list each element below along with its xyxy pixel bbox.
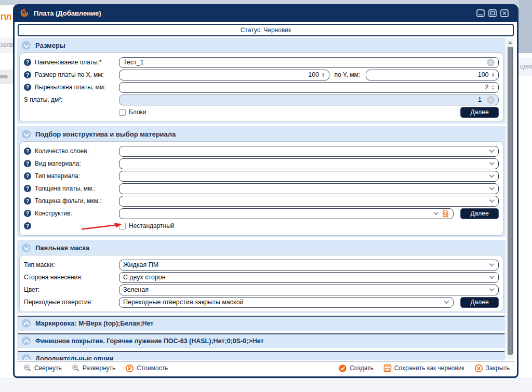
board-size-row: ? Размер платы по X, мм: 100 ▲▼ по Y, мм…	[24, 69, 499, 81]
chevron-down-icon	[489, 286, 495, 291]
mask-type-label: Тип маски:	[24, 261, 55, 268]
dialog-titlebar[interactable]: Плата (Добавление)	[15, 4, 517, 22]
board-thickness-dropdown[interactable]	[119, 183, 499, 194]
constructive-label: Конструктив:	[35, 210, 72, 217]
material-type-dropdown[interactable]	[119, 171, 499, 182]
section-separator	[17, 237, 506, 240]
stepper-icon[interactable]: ▲▼	[491, 72, 495, 78]
floppy-disk-icon	[383, 364, 392, 372]
dialog-content: Размеры ? Наименование платы:* Тест_1 ✕	[17, 38, 514, 360]
mask-side-row: Сторона нанесения: С двух сторон	[24, 271, 499, 283]
chevron-down-icon	[22, 244, 31, 252]
background-text-fragment: цена	[520, 63, 532, 70]
clear-icon[interactable]: ✕	[487, 96, 495, 104]
scrollbar[interactable]	[507, 39, 514, 359]
help-icon[interactable]: ?	[24, 160, 31, 167]
help-icon[interactable]: ?	[24, 147, 31, 155]
stepper-icon[interactable]: ▲▼	[491, 85, 495, 90]
material-kind-label: Вид материала:	[35, 160, 81, 167]
chevron-up-icon	[22, 336, 31, 345]
chevron-down-icon	[489, 197, 495, 202]
layers-label: Количество слоев:	[35, 147, 89, 155]
help-icon[interactable]: ?	[24, 84, 31, 91]
section-header-extra-options[interactable]: Дополнительные опции	[18, 351, 504, 360]
help-icon[interactable]: ?	[24, 210, 31, 217]
background-text-fragment: заяв	[0, 41, 13, 48]
constructive-next-button[interactable]: Далее	[460, 208, 499, 219]
scroll-up-arrow-icon[interactable]	[508, 41, 512, 44]
save-draft-button[interactable]: Сохранить как черновик	[383, 364, 464, 372]
size-x-value: 100	[123, 71, 322, 78]
constructive-row: ? Конструктив: Далее	[24, 207, 499, 220]
chevron-down-icon	[489, 274, 495, 279]
cutouts-input[interactable]: 2 ▲▼	[119, 82, 499, 93]
via-holes-dropdown[interactable]: Переходные отверстия закрыты маской	[119, 297, 454, 308]
section-title: Маркировка: М-Верх (top);Белая;Нет	[35, 320, 153, 327]
label-col: ? Размер платы по X, мм:	[24, 71, 119, 78]
section-header-finish-coating[interactable]: Финишное покрытие. Горячее лужение ПОС-6…	[18, 333, 504, 347]
help-icon[interactable]: ?	[24, 222, 31, 229]
clear-icon[interactable]: ✕	[487, 59, 495, 66]
chevron-down-icon	[489, 172, 495, 178]
solder-mask-panel: Тип маски: Жидкая ПМ Сторона нанесения: …	[19, 255, 503, 312]
section-header-solder-mask[interactable]: Паяльная маска	[18, 241, 504, 254]
blocks-checkbox[interactable]	[119, 109, 126, 116]
section-title: Паяльная маска	[35, 244, 89, 252]
material-kind-dropdown[interactable]	[119, 158, 499, 169]
dialog-footer-toolbar: Свернуть Развернуть Ст	[17, 361, 514, 374]
dimensions-panel: ? Наименование платы:* Тест_1 ✕ ? Размер…	[19, 52, 503, 122]
footer-left-group: Свернуть Развернуть Ст	[23, 364, 168, 373]
blocks-label: Блоки	[129, 109, 147, 116]
mask-side-dropdown[interactable]: С двух сторон	[119, 272, 499, 283]
status-bar: Статус: Черновик	[18, 24, 514, 36]
cost-button[interactable]: Стоимость	[125, 364, 168, 373]
board-name-input[interactable]: Тест_1 ✕	[119, 57, 499, 68]
help-icon[interactable]: ?	[24, 59, 31, 66]
board-area-label: S платы, дм²:	[24, 96, 63, 103]
constructive-panel: ? Количество слоев: ? Вид материала:	[19, 141, 503, 236]
board-area-readonly-field: 1 ✕	[119, 94, 499, 105]
close-icon[interactable]	[500, 9, 509, 17]
section-header-constructive[interactable]: Подбор конструктива и выбор материала	[18, 128, 504, 141]
collapse-all-button[interactable]: Свернуть	[23, 364, 62, 372]
form-area: Размеры ? Наименование платы:* Тест_1 ✕	[17, 38, 506, 360]
maximize-icon[interactable]	[488, 9, 497, 17]
footer-right-group: Создать Сохранить как черновик	[338, 364, 510, 373]
expand-all-button[interactable]: Развернуть	[72, 364, 116, 372]
board-name-row: ? Наименование платы:* Тест_1 ✕	[24, 56, 499, 69]
solder-mask-next-button[interactable]: Далее	[460, 297, 499, 308]
material-type-row: ? Тип материала:	[24, 170, 499, 182]
foil-thickness-dropdown[interactable]	[119, 196, 499, 207]
document-search-icon[interactable]	[442, 209, 449, 218]
size-x-input[interactable]: 100 ▲▼	[119, 70, 329, 80]
close-dialog-button[interactable]: Закрыть	[474, 364, 510, 373]
background-heading-fragment: ПЛ	[1, 12, 11, 21]
section-title: Финишное покрытие. Горячее лужение ПОС-6…	[35, 337, 264, 345]
help-icon[interactable]: ?	[24, 71, 31, 78]
page-right-band	[518, 0, 532, 53]
size-x-label: Размер платы по X, мм:	[35, 71, 104, 78]
help-icon[interactable]: ?	[24, 172, 31, 180]
cutouts-row: ? Вырезы/окна платы, мм: 2 ▲▼	[24, 81, 499, 93]
chevron-down-icon	[22, 130, 31, 139]
create-button[interactable]: Создать	[338, 364, 374, 373]
minimize-icon[interactable]	[476, 9, 485, 17]
app-logo-icon	[20, 8, 29, 18]
mask-color-row: Цвет: Зеленая	[24, 283, 499, 296]
mask-color-dropdown[interactable]: Зеленая	[119, 285, 499, 295]
help-icon[interactable]: ?	[24, 185, 31, 192]
mask-type-dropdown[interactable]: Жидкая ПМ	[119, 260, 499, 271]
nonstandard-label: Нестандартный	[129, 222, 175, 229]
material-kind-row: ? Вид материала:	[24, 157, 499, 170]
section-header-dimensions[interactable]: Размеры	[18, 39, 504, 52]
via-holes-label: Переходные отверстия:	[24, 299, 92, 306]
scrollbar-thumb[interactable]	[508, 47, 513, 355]
section-header-marking[interactable]: Маркировка: М-Верх (top);Белая;Нет	[18, 316, 504, 330]
constructive-dropdown[interactable]	[119, 208, 454, 219]
help-icon[interactable]: ?	[24, 197, 31, 205]
dimensions-next-button[interactable]: Далее	[460, 107, 499, 118]
size-y-input[interactable]: 100 ▲▼	[366, 70, 499, 80]
mask-type-value: Жидкая ПМ	[123, 261, 487, 268]
stepper-icon[interactable]: ▲▼	[322, 72, 325, 78]
layers-dropdown[interactable]	[119, 146, 499, 157]
